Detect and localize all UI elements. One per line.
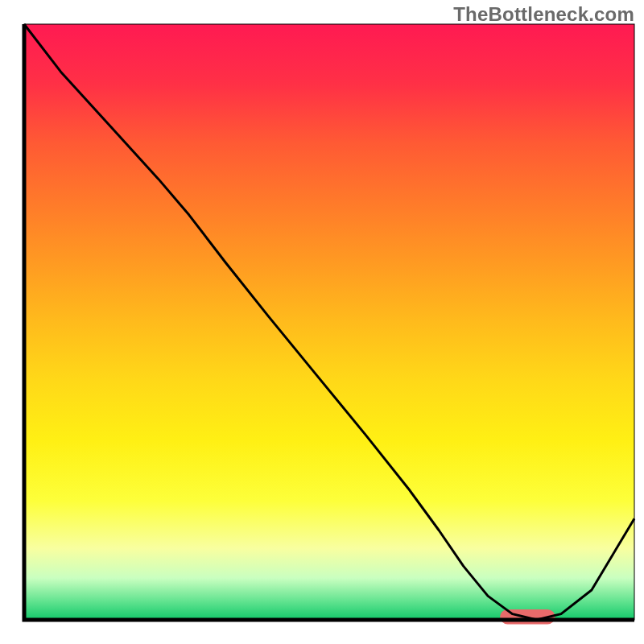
bottleneck-chart <box>0 0 644 644</box>
chart-background <box>24 24 634 620</box>
chart-container: TheBottleneck.com <box>0 0 644 644</box>
watermark-text: TheBottleneck.com <box>453 3 634 26</box>
